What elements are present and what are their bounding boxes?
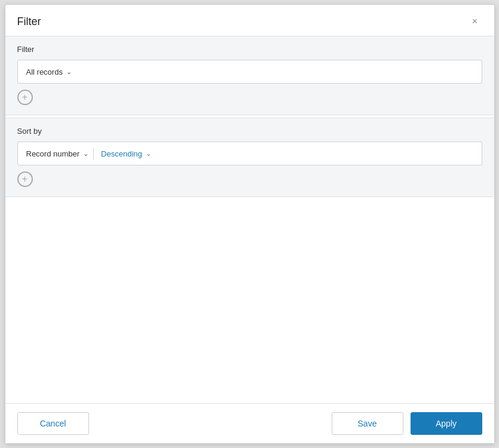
- footer-right: Save Apply: [332, 412, 482, 435]
- sort-order-value: Descending: [101, 149, 142, 158]
- sort-order-chevron-icon: ⌄: [146, 150, 151, 158]
- filter-chevron-icon: ⌄: [66, 68, 72, 76]
- dialog-header: Filter ×: [5, 5, 494, 36]
- sort-order-dropdown[interactable]: Descending ⌄: [99, 148, 154, 159]
- sort-add-button[interactable]: +: [17, 171, 33, 187]
- sort-field-dropdown[interactable]: Record number ⌄: [24, 148, 94, 159]
- sort-add-icon: +: [22, 174, 27, 184]
- sort-section-label: Sort by: [17, 127, 482, 136]
- dialog-title: Filter: [17, 16, 41, 28]
- close-button[interactable]: ×: [468, 14, 482, 29]
- filter-section: Filter All records ⌄ +: [5, 36, 494, 115]
- filter-dropdown-value: All records: [26, 67, 63, 76]
- apply-button[interactable]: Apply: [411, 412, 482, 435]
- save-button[interactable]: Save: [332, 412, 403, 435]
- filter-section-label: Filter: [17, 45, 482, 54]
- sort-field-value: Record number: [26, 149, 80, 158]
- sort-field-chevron-icon: ⌄: [83, 150, 88, 158]
- dialog-body: Filter All records ⌄ + Sort by Record nu…: [5, 36, 494, 403]
- filter-add-button[interactable]: +: [17, 90, 33, 105]
- sort-section: Sort by Record number ⌄ Descending ⌄ +: [5, 118, 494, 197]
- filter-add-icon: +: [22, 93, 27, 102]
- sort-row: Record number ⌄ Descending ⌄: [17, 142, 482, 165]
- filter-dropdown[interactable]: All records ⌄: [24, 66, 74, 78]
- dialog-footer: Cancel Save Apply: [5, 403, 494, 443]
- cancel-button[interactable]: Cancel: [17, 412, 89, 435]
- filter-row: All records ⌄: [17, 60, 482, 84]
- close-icon: ×: [472, 16, 477, 27]
- empty-area: [5, 197, 494, 364]
- footer-left: Cancel: [17, 412, 89, 435]
- filter-dialog: Filter × Filter All records ⌄ + Sort by: [5, 4, 495, 444]
